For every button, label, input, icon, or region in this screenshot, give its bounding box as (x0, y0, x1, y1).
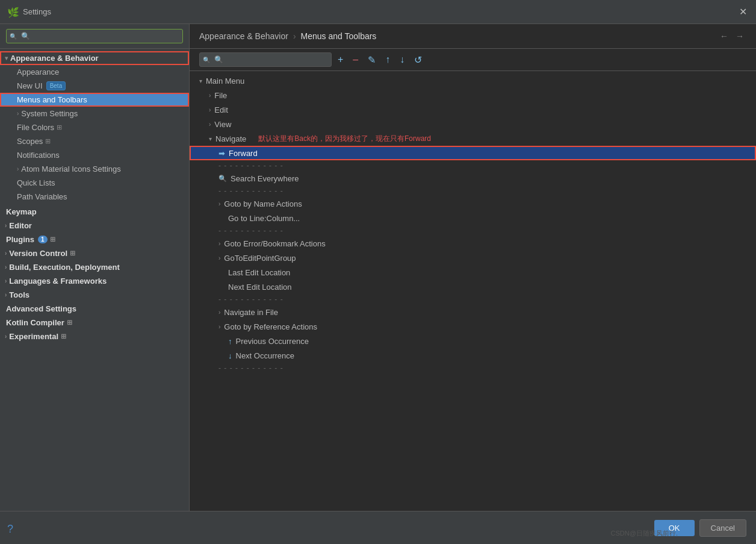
remove-button[interactable]: – (349, 53, 362, 66)
breadcrumb: Appearance & Behavior › Menus and Toolba… (199, 31, 376, 41)
toolbar-search-area (199, 52, 332, 67)
sidebar-item-editor[interactable]: › Editor (0, 219, 189, 233)
tree-item-edit[interactable]: › Edit (190, 102, 756, 117)
tree-item-label: GoToEditPointGroup (224, 254, 296, 263)
cancel-button[interactable]: Cancel (699, 519, 746, 537)
settings-icon: ⊞ (57, 123, 62, 131)
search-icon: 🔍 (218, 175, 227, 183)
tree-item-last-edit[interactable]: Last Edit Location (190, 265, 756, 280)
separator-1: - - - - - - - - - - - - (190, 160, 756, 171)
sidebar-search-area (0, 24, 189, 49)
content-toolbar: + – ✎ ↑ ↓ ↺ (190, 49, 756, 71)
breadcrumb-bar: Appearance & Behavior › Menus and Toolba… (190, 24, 756, 49)
tree-item-next-edit[interactable]: Next Edit Location (190, 280, 756, 294)
edit-button[interactable]: ✎ (364, 53, 379, 67)
tree-item-view[interactable]: › View (190, 117, 756, 131)
help-button[interactable]: ? (7, 523, 13, 536)
expand-arrow: › (209, 121, 211, 128)
expand-arrow: › (5, 292, 7, 298)
expand-arrow: › (209, 92, 211, 99)
tree-item-navigate[interactable]: ▾ Navigate 默认这里有Back的，因为我移过了，现在只有Forward (190, 131, 756, 146)
sidebar-item-languages-frameworks[interactable]: › Languages & Frameworks (0, 274, 189, 288)
separator-3: - - - - - - - - - - - - (190, 225, 756, 236)
separator-5: - - - - - - - - - - - - (190, 363, 756, 374)
sidebar-item-quick-lists[interactable]: Quick Lists (0, 176, 189, 190)
tree-item-label: Goto by Name Actions (224, 199, 302, 208)
annotation-text: 默认这里有Back的，因为我移过了，现在只有Forward (258, 134, 431, 144)
expand-arrow: › (5, 222, 7, 229)
watermark-text: CSDN@日随疾风前行. (611, 529, 678, 538)
tree-item-search-everywhere[interactable]: 🔍 Search Everywhere (190, 171, 756, 186)
bottom-bar: OK Cancel (0, 511, 756, 544)
sidebar-item-menus-toolbars[interactable]: Menus and Toolbars (0, 93, 189, 107)
expand-arrow: › (17, 110, 19, 117)
sidebar-item-appearance[interactable]: Appearance (0, 65, 189, 79)
toolbar-search-input[interactable] (199, 52, 332, 67)
expand-arrow: › (5, 333, 7, 340)
sidebar-item-plugins[interactable]: Plugins 1 ⊞ (0, 233, 189, 246)
dialog-title: Settings (23, 7, 51, 16)
title-bar: 🌿 Settings ✕ (0, 0, 756, 24)
sidebar-item-atom-material[interactable]: › Atom Material Icons Settings (0, 162, 189, 176)
main-panel: Appearance & Behavior › Menus and Toolba… (190, 24, 756, 511)
sidebar-item-notifications[interactable]: Notifications (0, 148, 189, 162)
settings-icon: ⊞ (70, 249, 75, 257)
tree-item-file[interactable]: › File (190, 88, 756, 102)
tree-item-label: Search Everywhere (231, 174, 299, 183)
tree-item-goto-by-name[interactable]: › Goto by Name Actions (190, 196, 756, 211)
tree-item-forward[interactable]: ➡ Forward (190, 146, 756, 160)
reset-button[interactable]: ↺ (411, 53, 426, 67)
expand-arrow: › (5, 278, 7, 284)
tree-item-goto-edit-point[interactable]: › GoToEditPointGroup (190, 251, 756, 265)
tree-item-label: File (214, 91, 227, 100)
sidebar-search-input[interactable] (6, 29, 183, 43)
breadcrumb-separator: › (293, 31, 296, 41)
expand-arrow: › (218, 309, 220, 316)
app-icon: 🌿 (7, 7, 18, 17)
nav-forward-button[interactable]: → (733, 30, 746, 42)
tree-item-goto-reference[interactable]: › Goto by Reference Actions (190, 319, 756, 334)
add-button[interactable]: + (334, 53, 347, 66)
tree-item-next-occurrence[interactable]: ↓ Next Occurrence (190, 348, 756, 363)
up-icon: ↑ (218, 337, 232, 346)
breadcrumb-parent: Appearance & Behavior (199, 31, 288, 41)
tree-item-label: Next Edit Location (218, 283, 292, 292)
close-button[interactable]: ✕ (737, 6, 749, 17)
plugins-badge: 1 (38, 236, 48, 243)
breadcrumb-current: Menus and Toolbars (301, 31, 377, 41)
sidebar-item-keymap[interactable]: Keymap (0, 205, 189, 219)
tree-item-navigate-in-file[interactable]: › Navigate in File (190, 305, 756, 319)
sidebar-item-appearance-behavior[interactable]: ▾ Appearance & Behavior (0, 51, 189, 65)
dialog-content: ▾ Appearance & Behavior Appearance New U… (0, 24, 756, 511)
sidebar-item-advanced-settings[interactable]: Advanced Settings (0, 302, 189, 316)
sidebar-item-new-ui[interactable]: New UI Beta (0, 79, 189, 93)
sidebar-item-system-settings[interactable]: › System Settings (0, 107, 189, 120)
forward-icon: ➡ (218, 149, 225, 158)
settings-icon: ⊞ (45, 137, 51, 145)
tree-item-main-menu[interactable]: ▾ Main Menu (190, 73, 756, 88)
sidebar-item-kotlin-compiler[interactable]: Kotlin Compiler ⊞ (0, 316, 189, 330)
sidebar-item-path-variables[interactable]: Path Variables (0, 190, 189, 204)
expand-arrow: › (218, 255, 220, 261)
sidebar-item-experimental[interactable]: › Experimental ⊞ (0, 330, 189, 343)
sidebar-item-scopes[interactable]: Scopes ⊞ (0, 134, 189, 148)
tree-item-label: Navigate (215, 134, 246, 143)
tree-item-label: Navigate in File (224, 308, 278, 317)
expand-arrow: › (17, 166, 19, 172)
move-down-button[interactable]: ↓ (396, 53, 408, 66)
sidebar-tree: ▾ Appearance & Behavior Appearance New U… (0, 49, 189, 511)
sidebar-item-tools[interactable]: › Tools (0, 288, 189, 302)
content-tree-area: ▾ Main Menu › File › Edit › View (190, 71, 756, 511)
sidebar-item-version-control[interactable]: › Version Control ⊞ (0, 246, 189, 260)
sidebar-item-build-execution[interactable]: › Build, Execution, Deployment (0, 260, 189, 274)
beta-badge: Beta (46, 81, 66, 90)
tree-item-goto-error[interactable]: › Goto Error/Bookmark Actions (190, 236, 756, 251)
separator-2: - - - - - - - - - - - - (190, 186, 756, 196)
expand-arrow: ▾ (5, 55, 8, 61)
tree-item-previous-occurrence[interactable]: ↑ Previous Occurrence (190, 334, 756, 348)
tree-item-goto-line[interactable]: Go to Line:Column... (190, 211, 756, 225)
tree-item-label: Go to Line:Column... (218, 214, 300, 223)
nav-back-button[interactable]: ← (717, 30, 731, 42)
move-up-button[interactable]: ↑ (382, 53, 394, 66)
sidebar-item-file-colors[interactable]: File Colors ⊞ (0, 120, 189, 134)
